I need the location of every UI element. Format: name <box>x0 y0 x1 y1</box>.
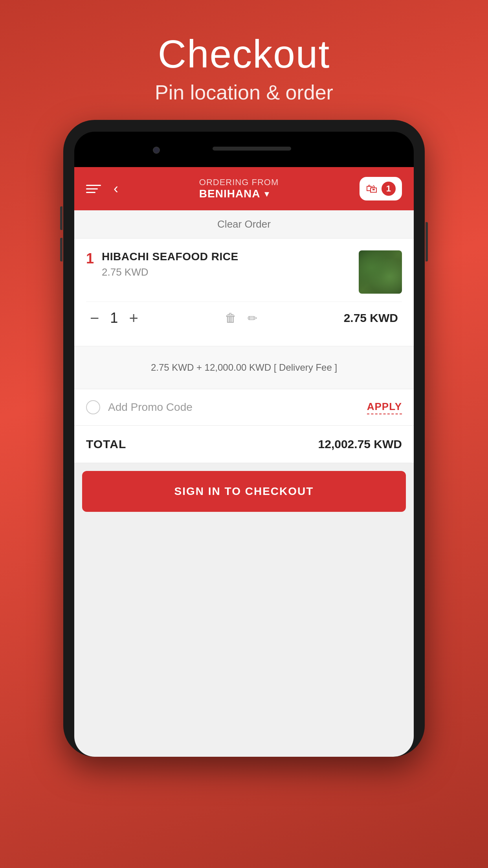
phone-notch <box>74 132 414 167</box>
sign-in-to-checkout-button[interactable]: SIGN IN TO CHECKOUT <box>82 471 406 512</box>
volume-down-button <box>60 238 62 261</box>
page-subtitle: Pin location & order <box>155 81 333 104</box>
page-header: Checkout Pin location & order <box>155 0 333 104</box>
power-button <box>426 222 428 261</box>
quantity-controls: − 1 + <box>90 310 138 326</box>
cart-icon: 🛍 <box>366 182 378 195</box>
edit-item-button[interactable]: ✏ <box>248 311 257 325</box>
item-number: 1 <box>86 250 94 267</box>
quantity-value: 1 <box>110 310 118 326</box>
item-image <box>359 250 402 294</box>
increase-quantity-button[interactable]: + <box>129 310 138 326</box>
restaurant-name: BENIHANA <box>199 188 261 200</box>
promo-left: Add Promo Code <box>86 400 193 414</box>
page-title: Checkout <box>155 31 333 77</box>
item-actions: 🗑 ✏ <box>225 311 257 325</box>
order-item-info: 1 HIBACHI SEAFOOD RICE 2.75 KWD <box>86 250 238 278</box>
apply-promo-button[interactable]: APPLY <box>367 401 402 414</box>
pricing-section: 2.75 KWD + 12,000.00 KWD [ Delivery Fee … <box>74 346 414 389</box>
bottom-area <box>74 520 414 598</box>
order-item-header: 1 HIBACHI SEAFOOD RICE 2.75 KWD <box>86 250 402 294</box>
promo-radio[interactable] <box>86 400 100 414</box>
pricing-breakdown: 2.75 KWD + 12,000.00 KWD [ Delivery Fee … <box>151 362 337 373</box>
promo-section: Add Promo Code APPLY <box>74 389 414 426</box>
total-section: TOTAL 12,002.75 KWD <box>74 426 414 463</box>
cart-button[interactable]: 🛍 1 <box>360 177 402 200</box>
cart-count-badge: 1 <box>382 182 396 196</box>
clear-order-label: Clear Order <box>217 218 271 230</box>
menu-line-3 <box>86 192 95 193</box>
header-left: ‹ <box>86 180 118 197</box>
item-total: 2.75 KWD <box>344 311 398 325</box>
decrease-quantity-button[interactable]: − <box>90 310 99 326</box>
promo-placeholder[interactable]: Add Promo Code <box>108 401 193 414</box>
volume-up-button <box>60 206 62 230</box>
order-item-section: 1 HIBACHI SEAFOOD RICE 2.75 KWD − 1 + <box>74 239 414 346</box>
menu-line-1 <box>86 185 101 186</box>
total-label: TOTAL <box>86 438 126 451</box>
front-camera <box>153 147 160 154</box>
ordering-from-label: ORDERING FROM <box>199 177 279 188</box>
speaker <box>213 147 291 151</box>
clear-order-bar[interactable]: Clear Order <box>74 210 414 239</box>
back-button[interactable]: ‹ <box>114 180 118 197</box>
menu-line-2 <box>86 188 98 189</box>
item-name: HIBACHI SEAFOOD RICE <box>102 250 238 263</box>
item-controls: − 1 + 🗑 ✏ 2.75 KWD <box>86 302 402 334</box>
restaurant-name-row: BENIHANA ▾ <box>199 188 279 200</box>
menu-button[interactable] <box>86 185 101 193</box>
item-price: 2.75 KWD <box>102 266 238 278</box>
phone-frame: ‹ ORDERING FROM BENIHANA ▾ 🛍 1 Clear Ord… <box>63 120 425 757</box>
restaurant-selector[interactable]: ORDERING FROM BENIHANA ▾ <box>199 177 279 200</box>
app-header: ‹ ORDERING FROM BENIHANA ▾ 🛍 1 <box>74 167 414 210</box>
item-image-visual <box>359 250 402 294</box>
delete-item-button[interactable]: 🗑 <box>225 311 237 325</box>
total-amount: 12,002.75 KWD <box>318 438 402 451</box>
app-screen: ‹ ORDERING FROM BENIHANA ▾ 🛍 1 Clear Ord… <box>74 167 414 757</box>
signin-btn-label: SIGN IN TO CHECKOUT <box>174 485 314 497</box>
dropdown-arrow-icon: ▾ <box>264 188 269 199</box>
item-details: HIBACHI SEAFOOD RICE 2.75 KWD <box>102 250 238 278</box>
